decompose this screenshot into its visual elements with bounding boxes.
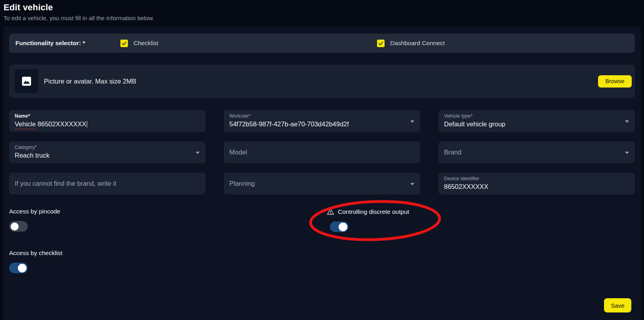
- access-by-checklist-label: Access by checklist: [9, 250, 62, 257]
- field-brand[interactable]: Brand: [438, 141, 635, 163]
- browse-button[interactable]: Browse: [598, 75, 632, 88]
- checkbox-group-checklist[interactable]: Checklist: [120, 34, 158, 53]
- field-value: Default vehicle group: [444, 120, 621, 128]
- field-placeholder: Planning: [229, 180, 255, 187]
- toggle-knob: [11, 223, 19, 230]
- functionality-selector-label: Functionality selector: *: [15, 40, 85, 47]
- field-label: Device identifier: [444, 176, 621, 182]
- functionality-selector-bar: Functionality selector: * Checklist Dash…: [9, 34, 635, 53]
- access-by-checklist-group: Access by checklist: [9, 250, 62, 273]
- form-fields-grid: Name*Vehicle 86502XXXXXXXWorksite*54f72b…: [9, 110, 635, 194]
- page-header: Edit vehicle To edit a vehicle, you must…: [0, 0, 644, 21]
- toggle-knob: [18, 264, 27, 272]
- field-label: Vehicle type*: [444, 113, 621, 119]
- field-placeholder: If you cannot find the brand, write it: [15, 180, 116, 187]
- field-value: 86502XXXXXX: [444, 182, 621, 191]
- field-vehicle-type[interactable]: Vehicle type*Default vehicle group: [438, 110, 635, 132]
- page-title: Edit vehicle: [4, 2, 644, 13]
- checkmark-icon: [378, 41, 383, 46]
- field-if-you-cannot-find-the-brand-write-it[interactable]: If you cannot find the brand, write it: [9, 173, 206, 194]
- access-by-pincode-group: Access by pincode: [9, 208, 60, 232]
- field-worksite[interactable]: Worksite*54f72b58-987f-427b-ae70-703d42b…: [224, 110, 420, 132]
- field-category[interactable]: Category*Reach truck: [9, 141, 206, 163]
- field-label: Name*: [15, 113, 192, 119]
- field-value: Vehicle 86502XXXXXXX: [15, 120, 192, 128]
- chevron-down-icon[interactable]: [196, 152, 200, 154]
- chevron-down-icon[interactable]: [625, 152, 629, 154]
- edit-vehicle-form-panel: Functionality selector: * Checklist Dash…: [3, 27, 641, 320]
- toggle-knob: [339, 223, 347, 231]
- field-value: Reach truck: [15, 151, 192, 160]
- field-device-identifier[interactable]: Device identifier86502XXXXXX: [438, 173, 635, 194]
- field-label: Worksite*: [229, 113, 407, 119]
- text-cursor: [87, 121, 88, 128]
- checklist-checkbox[interactable]: [120, 40, 128, 47]
- field-planning[interactable]: Planning: [224, 173, 420, 194]
- field-name[interactable]: Name*Vehicle 86502XXXXXXX: [9, 110, 206, 132]
- chevron-down-icon[interactable]: [410, 120, 414, 123]
- access-by-pincode-toggle[interactable]: [9, 221, 28, 232]
- field-model[interactable]: Model: [224, 141, 420, 163]
- controlling-discrete-output-group: Controlling discrete output: [327, 208, 409, 232]
- dashboard-connect-checkbox[interactable]: [377, 40, 385, 47]
- picture-upload-row: Picture or avatar. Max size 2MB Browse: [9, 65, 635, 98]
- field-placeholder: Model: [229, 149, 247, 156]
- controlling-discrete-output-toggle[interactable]: [330, 221, 349, 232]
- field-placeholder: Brand: [444, 149, 461, 156]
- page-subtitle: To edit a vehicle, you must fill in all …: [4, 15, 644, 21]
- image-icon: [21, 76, 32, 86]
- checkmark-icon: [122, 41, 127, 46]
- access-by-checklist-toggle[interactable]: [9, 263, 28, 273]
- access-by-pincode-label: Access by pincode: [9, 208, 60, 215]
- checklist-label: Checklist: [133, 40, 158, 47]
- checkbox-group-dashboard-connect[interactable]: Dashboard Connect: [377, 34, 445, 53]
- avatar-placeholder[interactable]: [15, 69, 38, 93]
- save-button[interactable]: Save: [604, 298, 631, 312]
- warning-icon: [327, 208, 334, 215]
- picture-instruction: Picture or avatar. Max size 2MB: [44, 78, 136, 85]
- chevron-down-icon[interactable]: [410, 183, 414, 185]
- dashboard-connect-label: Dashboard Connect: [390, 40, 445, 47]
- chevron-down-icon[interactable]: [625, 120, 629, 123]
- field-value: 54f72b58-987f-427b-ae70-703d42b49d2f: [229, 120, 407, 128]
- controlling-discrete-output-label: Controlling discrete output: [338, 208, 409, 215]
- field-label: Category*: [15, 145, 192, 150]
